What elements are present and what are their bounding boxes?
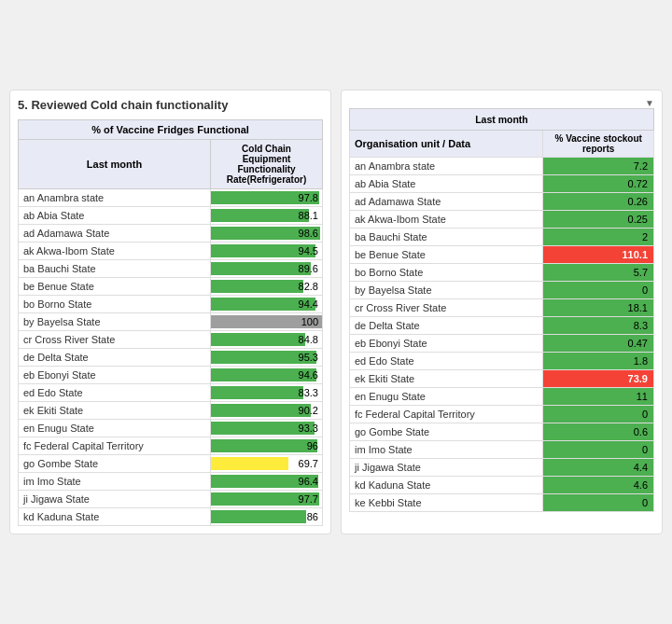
value-text: 69.7 bbox=[215, 458, 318, 469]
value-cell: 90.2 bbox=[211, 402, 323, 420]
stockout-value-cell: 7.2 bbox=[543, 158, 654, 175]
org-unit-cell: bo Borno State bbox=[350, 264, 543, 282]
left-main-header: % of Vaccine Fridges Functional bbox=[19, 120, 323, 140]
stockout-value-cell: 0.25 bbox=[543, 211, 654, 229]
table-row: ad Adamawa State98.6 bbox=[19, 225, 323, 243]
left-table: % of Vaccine Fridges Functional Last mon… bbox=[18, 119, 323, 526]
org-unit-cell: ba Bauchi State bbox=[19, 260, 211, 278]
org-unit-cell: bo Borno State bbox=[19, 296, 211, 313]
stockout-value-cell: 0 bbox=[543, 282, 654, 299]
org-unit-cell: ab Abia State bbox=[19, 207, 211, 225]
right-table: Last month Organisation unit / Data % Va… bbox=[349, 108, 654, 512]
table-row: kd Kaduna State86 bbox=[19, 508, 323, 526]
value-cell: 97.7 bbox=[211, 491, 323, 508]
org-unit-cell: kd Kaduna State bbox=[350, 477, 543, 494]
right-col1-header: Organisation unit / Data bbox=[350, 131, 543, 158]
table-row: ak Akwa-Ibom State94.5 bbox=[19, 243, 323, 260]
org-unit-cell: im Imo State bbox=[350, 441, 543, 459]
org-unit-cell: en Enugu State bbox=[350, 388, 543, 406]
value-cell: 84.8 bbox=[211, 331, 323, 349]
org-unit-cell: de Delta State bbox=[350, 317, 543, 335]
org-unit-cell: go Gombe State bbox=[350, 423, 543, 441]
left-panel: 5. Reviewed Cold chain functionality % o… bbox=[9, 90, 331, 534]
value-cell: 98.6 bbox=[211, 225, 323, 243]
org-unit-cell: ab Abia State bbox=[350, 175, 543, 193]
table-row: en Enugu State11 bbox=[350, 388, 654, 406]
value-cell: 86 bbox=[211, 508, 323, 526]
org-unit-cell: de Delta State bbox=[19, 349, 211, 367]
table-row: fc Federal Capital Territory96 bbox=[19, 437, 323, 455]
table-row: de Delta State95.3 bbox=[19, 349, 323, 367]
org-unit-cell: ek Ekiti State bbox=[19, 402, 211, 420]
stockout-value-cell: 11 bbox=[543, 388, 654, 406]
stockout-value-cell: 18.1 bbox=[543, 299, 654, 317]
org-unit-cell: by Bayelsa State bbox=[350, 282, 543, 299]
org-unit-cell: ji Jigawa State bbox=[350, 459, 543, 477]
table-row: be Benue State82.8 bbox=[19, 278, 323, 296]
org-unit-cell: cr Cross River State bbox=[19, 331, 211, 349]
table-row: go Gombe State0.6 bbox=[350, 423, 654, 441]
value-cell: 69.7 bbox=[211, 455, 323, 473]
org-unit-cell: ad Adamawa State bbox=[350, 193, 543, 211]
org-unit-cell: ak Akwa-Ibom State bbox=[350, 211, 543, 229]
stockout-value-cell: 110.1 bbox=[543, 246, 654, 264]
table-row: go Gombe State69.7 bbox=[19, 455, 323, 473]
dropdown-icon[interactable]: ▼ bbox=[645, 98, 654, 108]
value-text: 96 bbox=[215, 440, 318, 451]
org-unit-cell: ed Edo State bbox=[350, 353, 543, 370]
org-unit-cell: ak Akwa-Ibom State bbox=[19, 243, 211, 260]
value-text: 98.6 bbox=[215, 228, 318, 239]
table-row: de Delta State8.3 bbox=[350, 317, 654, 335]
right-main-header: Last month bbox=[350, 109, 654, 131]
table-row: im Imo State0 bbox=[350, 441, 654, 459]
table-row: ke Kebbi State0 bbox=[350, 494, 654, 512]
value-text: 94.6 bbox=[215, 369, 318, 381]
stockout-value-cell: 5.7 bbox=[543, 264, 654, 282]
stockout-value-cell: 0.72 bbox=[543, 175, 654, 193]
stockout-value-cell: 4.4 bbox=[543, 459, 654, 477]
table-row: ek Ekiti State73.9 bbox=[350, 370, 654, 388]
table-row: fc Federal Capital Territory0 bbox=[350, 406, 654, 423]
value-text: 88.1 bbox=[215, 210, 318, 221]
table-row: cr Cross River State18.1 bbox=[350, 299, 654, 317]
org-unit-cell: eb Ebonyi State bbox=[350, 335, 543, 353]
value-cell: 88.1 bbox=[211, 207, 323, 225]
table-row: ak Akwa-Ibom State0.25 bbox=[350, 211, 654, 229]
org-unit-cell: fc Federal Capital Territory bbox=[19, 437, 211, 455]
org-unit-cell: an Anambra state bbox=[350, 158, 543, 175]
org-unit-cell: ji Jigawa State bbox=[19, 491, 211, 508]
value-text: 100 bbox=[215, 316, 318, 327]
value-text: 84.8 bbox=[215, 334, 318, 345]
stockout-value-cell: 0 bbox=[543, 406, 654, 423]
org-unit-cell: eb Ebonyi State bbox=[19, 367, 211, 384]
org-unit-cell: kd Kaduna State bbox=[19, 508, 211, 526]
value-text: 86 bbox=[215, 511, 318, 522]
stockout-value-cell: 8.3 bbox=[543, 317, 654, 335]
table-row: ed Edo State1.8 bbox=[350, 353, 654, 370]
stockout-value-cell: 0.26 bbox=[543, 193, 654, 211]
stockout-value-cell: 0.6 bbox=[543, 423, 654, 441]
org-unit-cell: im Imo State bbox=[19, 473, 211, 491]
value-cell: 94.6 bbox=[211, 367, 323, 384]
value-cell: 97.8 bbox=[211, 189, 323, 207]
value-cell: 95.3 bbox=[211, 349, 323, 367]
table-row: ji Jigawa State97.7 bbox=[19, 491, 323, 508]
value-text: 97.8 bbox=[215, 192, 318, 203]
value-text: 89.6 bbox=[215, 263, 318, 274]
value-text: 94.5 bbox=[215, 245, 318, 257]
value-cell: 82.8 bbox=[211, 278, 323, 296]
table-row: be Benue State110.1 bbox=[350, 246, 654, 264]
stockout-value-cell: 0 bbox=[543, 494, 654, 512]
left-panel-title: 5. Reviewed Cold chain functionality bbox=[18, 98, 323, 112]
stockout-value-cell: 1.8 bbox=[543, 353, 654, 370]
stockout-value-cell: 73.9 bbox=[543, 370, 654, 388]
table-row: ji Jigawa State4.4 bbox=[350, 459, 654, 477]
org-unit-cell: ad Adamawa State bbox=[19, 225, 211, 243]
table-row: im Imo State96.4 bbox=[19, 473, 323, 491]
table-row: an Anambra state7.2 bbox=[350, 158, 654, 175]
org-unit-cell: be Benue State bbox=[350, 246, 543, 264]
stockout-value-cell: 4.6 bbox=[543, 477, 654, 494]
value-cell: 100 bbox=[211, 313, 323, 331]
org-unit-cell: ek Ekiti State bbox=[350, 370, 543, 388]
table-row: bo Borno State5.7 bbox=[350, 264, 654, 282]
